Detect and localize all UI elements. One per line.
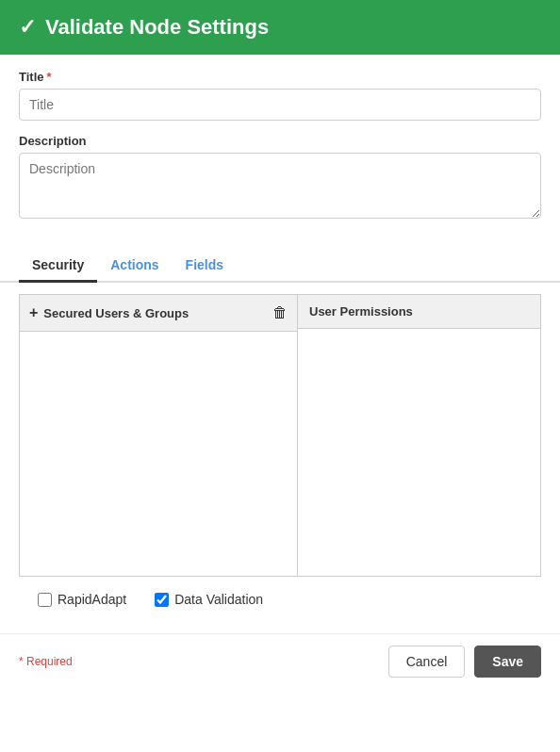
tab-actions[interactable]: Actions <box>97 250 172 283</box>
tab-content-security: + Secured Users & Groups 🗑 User Permissi… <box>0 294 560 633</box>
secured-users-header-left: + Secured Users & Groups <box>29 304 189 321</box>
delete-icon[interactable]: 🗑 <box>272 304 288 321</box>
checkboxes-row: RapidAdapt Data Validation <box>19 580 541 618</box>
secured-users-body <box>20 332 297 576</box>
rapid-adapt-checkbox-item: RapidAdapt <box>38 592 126 607</box>
page-title: Validate Node Settings <box>45 15 269 40</box>
description-field-group: Description <box>19 134 541 221</box>
required-star: * <box>47 70 52 84</box>
user-permissions-column: User Permissions <box>298 295 540 576</box>
rapid-adapt-checkbox[interactable] <box>38 593 52 607</box>
data-validation-checkbox[interactable] <box>155 593 169 607</box>
save-button[interactable]: Save <box>474 646 541 678</box>
user-permissions-body <box>298 329 540 576</box>
secured-users-label: Secured Users & Groups <box>43 306 189 320</box>
security-panel: + Secured Users & Groups 🗑 User Permissi… <box>19 294 541 577</box>
required-note: * Required <box>19 655 73 668</box>
tabs-bar: Security Actions Fields <box>0 250 560 283</box>
user-permissions-header: User Permissions <box>298 295 540 329</box>
title-label: Title* <box>19 70 541 84</box>
description-label: Description <box>19 134 541 148</box>
tab-security[interactable]: Security <box>19 250 97 283</box>
check-icon: ✓ <box>19 15 36 40</box>
title-input[interactable] <box>19 89 541 121</box>
page-header: ✓ Validate Node Settings <box>0 0 560 55</box>
secured-users-column: + Secured Users & Groups 🗑 <box>20 295 298 576</box>
description-input[interactable] <box>19 153 541 219</box>
data-validation-label: Data Validation <box>174 592 263 607</box>
add-user-icon[interactable]: + <box>29 304 38 321</box>
secured-users-header: + Secured Users & Groups 🗑 <box>20 295 297 332</box>
form-body: Title* Description <box>0 55 560 250</box>
title-field-group: Title* <box>19 70 541 121</box>
cancel-button[interactable]: Cancel <box>388 646 466 678</box>
page-footer: * Required Cancel Save <box>0 633 560 689</box>
footer-buttons: Cancel Save <box>388 646 541 678</box>
data-validation-checkbox-item: Data Validation <box>155 592 263 607</box>
rapid-adapt-label: RapidAdapt <box>58 592 126 607</box>
tab-fields[interactable]: Fields <box>173 250 237 283</box>
